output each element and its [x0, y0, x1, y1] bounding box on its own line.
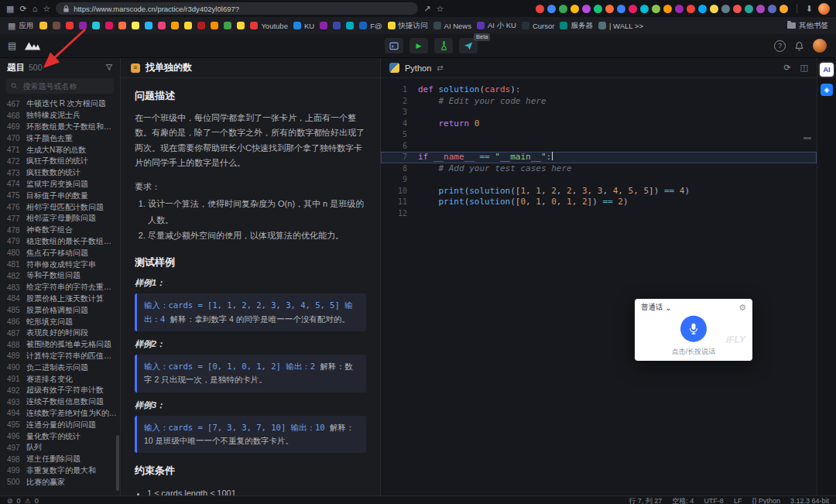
reset-code-icon[interactable]: ⟳ — [783, 63, 790, 73]
run-button[interactable]: ▶ — [409, 38, 428, 53]
help-icon[interactable]: ? — [774, 40, 786, 52]
extension-icon[interactable] — [768, 5, 776, 13]
code-line[interactable]: 10 print(solution([1, 1, 2, 2, 3, 3, 4, … — [381, 186, 817, 197]
problem-list-item[interactable]: 482等和子数组问题 — [7, 270, 120, 282]
bookmark-item[interactable] — [224, 22, 231, 29]
share-icon[interactable]: ↗ — [423, 5, 430, 13]
search-input[interactable] — [22, 81, 109, 91]
bookmark-item[interactable] — [66, 22, 74, 29]
code-line[interactable]: 5 — [381, 129, 817, 141]
code-line[interactable]: 4 return 0 — [381, 118, 817, 130]
user-avatar[interactable] — [813, 39, 827, 53]
swap-language-icon[interactable]: ⇄ — [437, 63, 443, 72]
filter-icon[interactable] — [105, 63, 113, 71]
search-box[interactable] — [6, 78, 114, 94]
extension-icon[interactable] — [617, 5, 625, 13]
test-button[interactable] — [434, 38, 453, 53]
python-runtime[interactable]: 3.12.3 64-bit — [790, 497, 829, 504]
bookmark-item[interactable] — [53, 22, 60, 29]
bookmark-item[interactable]: Cursor — [522, 22, 555, 30]
problems-indicator[interactable]: ⊘ 0 ⚠ 0 — [7, 497, 39, 504]
problem-list-item[interactable]: 484股票价格上涨天数计算 — [7, 293, 120, 305]
cursor-position[interactable]: 行 7, 列 27 — [629, 496, 662, 504]
problem-list-item[interactable]: 475目标值子串的数量 — [7, 190, 120, 201]
problem-list-item[interactable]: 487表现良好的时间段 — [7, 327, 120, 339]
bookmark-item[interactable] — [158, 22, 166, 29]
extension-icon[interactable] — [698, 5, 707, 13]
problem-list-item[interactable]: 474监狱牢房变换问题 — [7, 179, 120, 190]
problem-list-item[interactable]: 492超级有效子字符串计数 — [7, 385, 120, 396]
bookmark-item[interactable]: | WALL >> — [598, 22, 643, 30]
problem-list-item[interactable]: 493连续子数组信息数问题 — [7, 396, 120, 408]
problem-list-item[interactable]: 500比赛的赢家 — [7, 476, 120, 488]
voice-settings-gear-icon[interactable]: ⚙ — [738, 303, 746, 312]
problem-list-item[interactable]: 485股票价格调整问题 — [7, 304, 120, 316]
bookmark-item[interactable] — [118, 22, 126, 29]
downloads-icon[interactable]: ⬇ — [806, 5, 813, 13]
bookmark-item[interactable] — [39, 22, 47, 29]
ai-assistant-button[interactable]: AI — [820, 63, 834, 77]
bookmark-star-icon[interactable]: ☆ — [43, 5, 50, 13]
problem-list-item[interactable]: 473疯狂数数的统计 — [7, 167, 120, 179]
bookmark-item[interactable]: Youtube — [250, 22, 288, 30]
code-editor[interactable]: 1def solution(cards):2 # Edit your code … — [381, 78, 817, 495]
problem-list-item[interactable]: 469环形数组最大子数组和问题 — [7, 122, 120, 133]
code-line[interactable]: 9 — [381, 174, 817, 186]
reload-icon[interactable]: ⟳ — [19, 5, 26, 13]
problem-list-item[interactable]: 498巡主任删除问题 — [7, 454, 120, 465]
problem-list-item[interactable]: 476相邻字母匹配计数问题 — [7, 201, 120, 213]
code-line[interactable]: 3 — [381, 107, 817, 118]
bell-icon[interactable] — [794, 41, 804, 51]
extension-icon[interactable] — [756, 5, 765, 13]
extension-icon[interactable] — [629, 5, 637, 13]
home-icon[interactable]: ⌂ — [33, 5, 38, 13]
bookmark-item[interactable]: KU — [293, 22, 314, 30]
problem-list-item[interactable]: 471生成大N幂的总数 — [7, 144, 120, 156]
bookmark-item[interactable] — [171, 22, 179, 29]
bookmark-item[interactable]: F@ — [359, 22, 382, 30]
extension-icon[interactable] — [582, 5, 591, 13]
bookmark-item[interactable]: AI News — [433, 22, 471, 30]
extension-icon[interactable] — [594, 5, 602, 13]
code-line[interactable]: 6 — [381, 141, 817, 153]
code-line[interactable]: 1def solution(cards): — [381, 84, 817, 96]
extension-icon[interactable] — [745, 5, 753, 13]
extension-icon[interactable] — [605, 5, 614, 13]
code-line[interactable]: 8 # Add your test cases here — [381, 163, 817, 175]
extension-icon[interactable] — [721, 5, 730, 13]
problem-list-item[interactable]: 490负二进制表示问题 — [7, 362, 120, 373]
bookmark-item[interactable] — [320, 22, 327, 29]
problem-list-item[interactable]: 477相邻蓝字母删除问题 — [7, 213, 120, 225]
voice-language-selector[interactable]: 普通话 ⌄ — [641, 303, 671, 313]
problem-list-item[interactable]: 481符串修改成特定字串 — [7, 259, 120, 270]
problem-list-item[interactable]: 488被围绕的孤地单元格问题 — [7, 339, 120, 351]
favorite-icon[interactable]: ☆ — [436, 5, 444, 13]
layout-icon[interactable]: ◫ — [800, 63, 808, 73]
problem-list-item[interactable]: 499非重复数字的最大和 — [7, 465, 120, 477]
problem-list-item[interactable]: 479稳定数组的最长子数组问题 — [7, 236, 120, 248]
bookmark-item[interactable] — [105, 22, 113, 29]
extension-icon[interactable] — [675, 5, 684, 13]
encoding[interactable]: UTF-8 — [704, 497, 724, 504]
problem-list-item[interactable]: 491赛道排名变化 — [7, 373, 120, 385]
code-line[interactable]: 12 — [381, 208, 817, 220]
bookmark-item[interactable] — [184, 22, 192, 29]
problem-list-item[interactable]: 496量化数字的统计 — [7, 430, 120, 442]
problem-list-item[interactable]: 467牛顿迭代 R 次方根问题 — [7, 98, 120, 110]
tab-grid-icon[interactable]: ▦ — [6, 5, 14, 13]
problem-list-item[interactable]: 472疯狂子数组的统计 — [7, 156, 120, 167]
bookmark-item[interactable] — [237, 22, 245, 29]
problem-body[interactable]: 问题描述 在一个班级中，每位同学都拿到了一张卡片，上面有一个整数。有趣的是，除了… — [121, 78, 380, 495]
bookmark-item[interactable] — [346, 22, 354, 29]
bookmark-item[interactable] — [333, 22, 341, 29]
extension-icon[interactable] — [710, 5, 718, 13]
other-bookmarks[interactable]: 其他书签 — [787, 21, 828, 31]
extension-icon[interactable] — [779, 5, 788, 13]
problem-list-item[interactable]: 495连通分量的访问问题 — [7, 419, 120, 430]
extension-icon[interactable] — [663, 5, 672, 13]
problem-list-item[interactable]: 483给定字符串的字符去重问题 — [7, 282, 120, 293]
extension-icon[interactable] — [640, 5, 649, 13]
problem-list-item[interactable]: 470珠子颜色去重 — [7, 132, 120, 144]
extension-icon[interactable] — [547, 5, 556, 13]
submit-button[interactable]: Beta — [459, 38, 478, 53]
